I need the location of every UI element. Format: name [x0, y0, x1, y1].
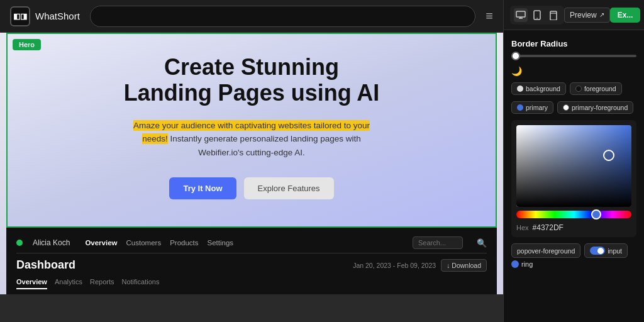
- nav-user: Alicia Koch: [33, 238, 70, 247]
- settings-content: Border Radius 🌙 background foreground pr…: [504, 30, 644, 322]
- nav-link-customers[interactable]: Customers: [126, 239, 162, 247]
- hue-thumb[interactable]: [591, 209, 601, 219]
- nav-link-settings[interactable]: Settings: [208, 239, 234, 247]
- hex-label: Hex: [516, 224, 529, 231]
- dashboard-preview: Alicia Koch Overview Customers Products …: [6, 228, 497, 294]
- menu-icon[interactable]: ≡: [486, 9, 493, 23]
- background-label: background: [526, 85, 560, 92]
- ring-row: ring: [511, 258, 636, 270]
- page-toolbar: ◧◨ WhatShort ≡: [0, 0, 503, 33]
- external-link-icon: ↗: [599, 11, 604, 18]
- try-it-now-button[interactable]: Try It Now: [169, 177, 236, 199]
- dashboard-tabs: Overview Analytics Reports Notifications: [16, 275, 487, 289]
- site-name: WhatShort: [35, 11, 80, 21]
- dashboard-title-row: Dashboard Jan 20, 2023 - Feb 09, 2023 ↓ …: [16, 253, 487, 275]
- nav-links: Overview Customers Products Settings: [85, 239, 233, 247]
- nav-link-products[interactable]: Products: [170, 239, 198, 247]
- dark-mode-row: 🌙: [511, 66, 636, 76]
- color-gradient-canvas[interactable]: [516, 125, 631, 207]
- hex-row: Hex #4372DF: [516, 223, 631, 232]
- svg-rect-5: [550, 11, 557, 20]
- input-label: input: [608, 247, 622, 255]
- svg-point-4: [536, 18, 538, 19]
- more-chips-row: popover-foreground input: [511, 243, 636, 258]
- right-toolbar: Preview ↗ Ex...: [504, 0, 644, 30]
- background-color-dot: [517, 86, 523, 92]
- border-radius-label: Border Radius: [511, 39, 636, 48]
- input-toggle[interactable]: [590, 247, 605, 255]
- slider-thumb[interactable]: [511, 52, 520, 60]
- border-radius-slider[interactable]: [511, 55, 636, 57]
- monitor-icon[interactable]: [547, 8, 560, 22]
- svg-rect-0: [516, 11, 525, 17]
- popover-foreground-label: popover-foreground: [517, 247, 575, 255]
- tab-analytics[interactable]: Analytics: [55, 275, 82, 289]
- chip-input[interactable]: input: [584, 243, 628, 258]
- nav-search-input[interactable]: [413, 236, 463, 249]
- download-button[interactable]: ↓ Download: [441, 259, 487, 272]
- primary-foreground-dot: [563, 104, 569, 111]
- chip-foreground[interactable]: foreground: [570, 82, 622, 95]
- dashboard-title: Dashboard: [16, 258, 75, 272]
- hero-section: Hero Create Stunning Landing Pages using…: [6, 33, 497, 228]
- toolbar-brand: ◧◨ WhatShort: [10, 6, 80, 26]
- hue-slider[interactable]: [516, 211, 631, 218]
- nav-logo-dot: [16, 240, 23, 246]
- chip-primary-foreground[interactable]: primary-foreground: [557, 101, 633, 114]
- chip-primary[interactable]: primary: [511, 101, 553, 114]
- export-button[interactable]: Ex...: [610, 8, 641, 23]
- preview-button[interactable]: Preview ↗: [564, 8, 610, 23]
- settings-panel: Preview ↗ Ex... Border Radius 🌙 backgrou…: [503, 0, 644, 322]
- color-chips-row1: background foreground: [511, 82, 636, 95]
- ring-label: ring: [521, 260, 533, 268]
- chip-popover-foreground[interactable]: popover-foreground: [511, 243, 580, 258]
- hero-label: Hero: [13, 39, 41, 50]
- tab-overview[interactable]: Overview: [16, 275, 47, 289]
- desktop-icon[interactable]: [514, 8, 528, 22]
- foreground-color-dot: [575, 86, 582, 92]
- brand-logo: ◧◨: [10, 6, 30, 26]
- url-bar: [90, 6, 475, 27]
- color-picker[interactable]: Hex #4372DF: [511, 120, 636, 237]
- chip-background[interactable]: background: [511, 82, 566, 95]
- search-icon: 🔍: [477, 238, 487, 248]
- hero-buttons: Try It Now Explore Features: [45, 177, 458, 199]
- preview-panel: ◧◨ WhatShort ≡ Hero Create Stunning Land…: [0, 0, 503, 322]
- primary-label: primary: [526, 104, 548, 111]
- dashboard-controls: Jan 20, 2023 - Feb 09, 2023 ↓ Download: [353, 259, 487, 272]
- device-icons: [510, 6, 564, 25]
- website-preview-area: Hero Create Stunning Landing Pages using…: [0, 33, 503, 294]
- primary-color-dot: [517, 104, 523, 111]
- moon-icon: 🌙: [511, 66, 522, 76]
- hero-subtext: Amaze your audience with captivating web…: [119, 119, 384, 160]
- ring-dot: [511, 260, 519, 268]
- dashboard-nav: Alicia Koch Overview Customers Products …: [16, 233, 487, 253]
- foreground-label: foreground: [584, 85, 616, 92]
- hero-heading: Create Stunning Landing Pages using AI: [45, 54, 458, 106]
- explore-features-button[interactable]: Explore Features: [244, 177, 334, 199]
- color-picker-thumb[interactable]: [603, 150, 614, 161]
- primary-foreground-label: primary-foreground: [572, 104, 628, 111]
- tab-notifications[interactable]: Notifications: [121, 275, 159, 289]
- tablet-icon[interactable]: [530, 8, 544, 22]
- tab-reports[interactable]: Reports: [90, 275, 114, 289]
- hex-value[interactable]: #4372DF: [533, 223, 564, 232]
- date-range: Jan 20, 2023 - Feb 09, 2023: [353, 262, 436, 269]
- color-chips-row2: primary primary-foreground: [511, 101, 636, 114]
- nav-link-overview[interactable]: Overview: [85, 239, 117, 247]
- preview-label: Preview: [570, 11, 597, 19]
